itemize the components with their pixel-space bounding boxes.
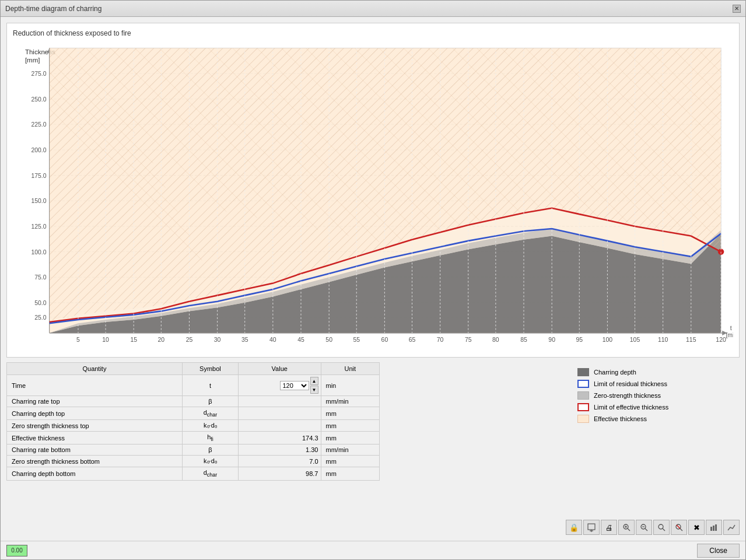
zoom-reset-button[interactable] [671, 520, 687, 535]
row-charring-bottom-unit: mm/min [321, 444, 380, 456]
svg-text:125.0: 125.0 [31, 223, 46, 230]
svg-text:55: 55 [353, 337, 360, 343]
bar-chart-button[interactable] [706, 520, 722, 535]
svg-text:35: 35 [241, 337, 248, 343]
time-decrement-button[interactable]: ▼ [310, 386, 318, 394]
svg-text:80: 80 [492, 337, 499, 343]
svg-text:50: 50 [325, 337, 332, 343]
cursor-button[interactable]: ✖ [688, 520, 705, 535]
svg-text:10: 10 [102, 337, 109, 343]
svg-text:45: 45 [297, 337, 304, 343]
row-charring-bottom-value: 1.30 [239, 444, 321, 456]
zoom-fit-button[interactable] [618, 520, 635, 535]
status-bar: 0.00 Close [1, 541, 745, 559]
close-button[interactable]: Close [697, 544, 740, 558]
status-value: 0.00 [11, 547, 22, 554]
svg-text:90: 90 [548, 337, 555, 343]
table-row: Charring depth top dchar mm [7, 407, 380, 420]
zoom-in-button[interactable] [636, 520, 652, 535]
row-zero-top-unit: mm [321, 420, 380, 432]
table-row: Charring rate bottom β 1.30 mm/min [7, 444, 380, 456]
svg-text:25.0: 25.0 [34, 314, 47, 321]
svg-text:105: 105 [630, 337, 640, 343]
bottom-section: Quantity Symbol Value Unit Time t [6, 362, 740, 535]
title-bar: Depth-time diagram of charring ✕ [1, 1, 745, 17]
svg-point-131 [659, 524, 663, 529]
col-value: Value [239, 363, 321, 375]
svg-text:85: 85 [520, 337, 527, 343]
zoom-out-button[interactable] [653, 520, 670, 535]
window-close-button[interactable]: ✕ [733, 5, 741, 13]
svg-text:[mm]: [mm] [25, 57, 40, 64]
svg-text:150.0: 150.0 [31, 198, 46, 204]
svg-text:30: 30 [214, 337, 221, 343]
row-depth-bottom-symbol: dchar [182, 467, 238, 480]
row-charring-top-symbol: β [182, 396, 238, 407]
row-zero-bottom-symbol: k₀·d₀ [182, 456, 238, 467]
svg-line-125 [628, 528, 630, 531]
row-charring-top-unit: mm/min [321, 396, 380, 407]
row-zero-bottom-unit: mm [321, 456, 380, 467]
row-time-value: 120 60 90 30 ▲ ▼ [239, 375, 321, 396]
svg-text:40: 40 [269, 337, 276, 343]
time-increment-button[interactable]: ▲ [310, 377, 318, 385]
legend-charring-depth: Charring depth [577, 368, 740, 376]
row-zero-top-value [239, 420, 321, 432]
legend-zero-strength-label: Zero-strength thickness [594, 392, 661, 399]
row-effective-symbol: hfi [182, 432, 238, 444]
row-time-symbol: t [182, 375, 238, 396]
svg-rect-121 [588, 524, 595, 530]
data-table: Quantity Symbol Value Unit Time t [6, 362, 380, 481]
svg-text:200.0: 200.0 [31, 147, 46, 153]
row-depth-top-label: Charring depth top [7, 407, 183, 420]
svg-line-132 [663, 528, 665, 531]
col-quantity: Quantity [7, 363, 183, 375]
legend-effective-thickness-swatch [577, 415, 589, 423]
line-chart-button[interactable] [723, 520, 740, 535]
col-unit: Unit [321, 363, 380, 375]
svg-text:60: 60 [381, 337, 388, 343]
legend-residual-swatch [577, 380, 589, 388]
svg-line-135 [677, 525, 680, 528]
save-button[interactable]: 🔒 [566, 520, 582, 535]
export-button[interactable] [583, 520, 600, 535]
chart-svg: Thickness [mm] 275.0 250.0 225.0 [13, 42, 733, 351]
svg-text:75.0: 75.0 [34, 274, 47, 281]
row-depth-top-symbol: dchar [182, 407, 238, 420]
svg-text:50.0: 50.0 [34, 300, 47, 306]
chart-container: Thickness [mm] 275.0 250.0 225.0 [13, 42, 733, 351]
time-select[interactable]: 120 60 90 30 [280, 381, 309, 390]
row-depth-bottom-label: Charring depth bottom [7, 467, 183, 480]
legend-effective-thickness-label: Effective thickness [594, 415, 647, 422]
row-effective-unit: mm [321, 432, 380, 444]
svg-text:100: 100 [603, 337, 613, 343]
svg-text:120: 120 [716, 337, 726, 343]
table-row: Zero strength thickness bottom k₀·d₀ 7.0… [7, 456, 380, 467]
svg-text:25: 25 [186, 337, 193, 343]
toolbar: 🔒 🖨 [566, 520, 740, 535]
row-effective-label: Effective thickness [7, 432, 183, 444]
svg-text:115: 115 [686, 337, 696, 343]
legend-zero-strength: Zero-strength thickness [577, 391, 740, 400]
svg-rect-137 [713, 526, 715, 531]
main-content: Reduction of thickness exposed to fire [1, 17, 745, 541]
main-window: Depth-time diagram of charring ✕ Reducti… [0, 0, 746, 560]
status-indicator: 0.00 [6, 545, 27, 556]
svg-line-129 [645, 528, 647, 531]
row-time-unit: min [321, 375, 380, 396]
row-depth-top-value [239, 407, 321, 420]
svg-text:20: 20 [158, 337, 165, 343]
table-row: Charring rate top β mm/min [7, 396, 380, 407]
legend-effective-limit-label: Limit of effective thickness [594, 404, 668, 411]
table-row: Time t 120 60 90 30 [7, 375, 380, 396]
svg-text:5: 5 [76, 337, 80, 343]
legend-residual-label: Limit of residual thickness [594, 380, 667, 387]
legend-toolbar-area: Charring depth Limit of residual thickne… [566, 362, 740, 535]
svg-text:15: 15 [130, 337, 137, 343]
print-button[interactable]: 🖨 [601, 520, 617, 535]
row-depth-top-unit: mm [321, 407, 380, 420]
row-time-label: Time [7, 375, 183, 396]
row-charring-bottom-symbol: β [182, 444, 238, 456]
row-effective-value: 174.3 [239, 432, 321, 444]
svg-text:110: 110 [658, 337, 668, 343]
